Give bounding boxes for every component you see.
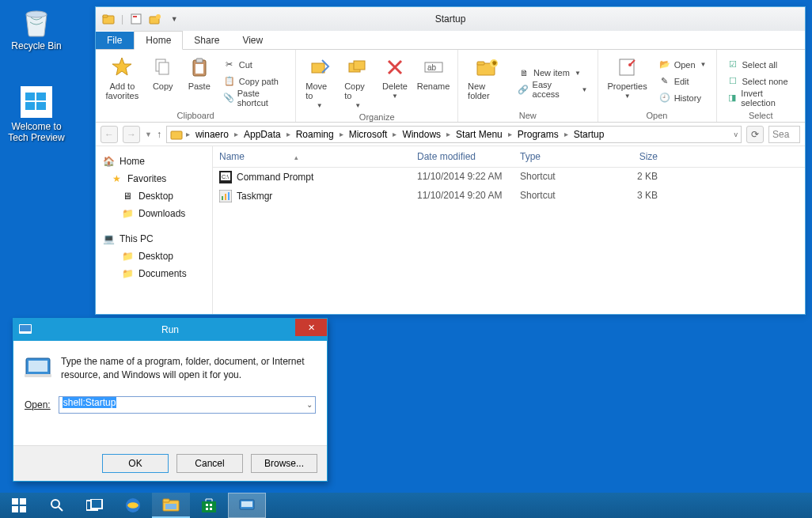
file-list: Name ▴ Date modified Type Size C:\Comman…: [213, 146, 805, 314]
nav-this-pc[interactable]: 💻This PC: [96, 230, 212, 248]
svg-rect-35: [228, 192, 230, 200]
forward-button[interactable]: →: [123, 126, 140, 143]
nav-documents[interactable]: 📁Documents: [96, 265, 212, 282]
paste-button[interactable]: Paste: [184, 53, 215, 109]
desktop-icon-recycle-bin[interactable]: Recycle Bin: [6, 5, 66, 51]
refresh-button[interactable]: ⟳: [746, 126, 764, 143]
properties-icon[interactable]: [130, 13, 142, 25]
properties-button[interactable]: Properties▼: [605, 53, 651, 109]
start-button[interactable]: [0, 493, 38, 518]
breadcrumb-item[interactable]: Startup: [571, 129, 607, 140]
copy-path-button[interactable]: 📋Copy path: [220, 74, 290, 89]
breadcrumb-item[interactable]: Microsoft: [347, 129, 390, 140]
move-to-button[interactable]: Move to▼: [302, 53, 336, 111]
taskbar-explorer[interactable]: [152, 493, 190, 518]
edit-button[interactable]: ✎Edit: [655, 74, 710, 89]
folder-icon: [170, 128, 183, 141]
breadcrumb-item[interactable]: Programs: [515, 129, 561, 140]
back-button[interactable]: ←: [101, 126, 118, 143]
add-to-favorites-button[interactable]: Add to favorites: [102, 53, 142, 109]
file-row[interactable]: C:\Command Prompt 11/10/2014 9:22 AM Sho…: [213, 168, 805, 187]
svg-rect-55: [206, 504, 208, 506]
column-date[interactable]: Date modified: [411, 146, 514, 167]
nav-desktop[interactable]: 🖥Desktop: [96, 187, 212, 205]
file-row[interactable]: Taskmgr 11/10/2014 9:20 AM Shortcut 3 KB: [213, 187, 805, 206]
svg-rect-19: [354, 61, 365, 70]
tab-view[interactable]: View: [231, 32, 275, 49]
close-button[interactable]: ✕: [295, 319, 327, 336]
search-button[interactable]: [38, 493, 76, 518]
new-folder-icon[interactable]: [149, 13, 161, 25]
svg-rect-28: [171, 131, 182, 139]
search-input[interactable]: Sea: [768, 126, 800, 143]
history-button[interactable]: 🕘History: [655, 90, 710, 106]
nav-downloads[interactable]: 📁Downloads: [96, 205, 212, 222]
new-item-button[interactable]: 🗎New item▼: [514, 65, 590, 81]
breadcrumb-item[interactable]: Windows: [400, 129, 443, 140]
nav-pc-desktop[interactable]: 📁Desktop: [96, 248, 212, 265]
chevron-right-icon[interactable]: ▸: [391, 130, 398, 138]
select-all-button[interactable]: ☑Select all: [723, 57, 799, 73]
breadcrumb[interactable]: ▸ winaero▸ AppData▸ Roaming▸ Microsoft▸ …: [166, 126, 742, 143]
easy-access-button[interactable]: 🔗Easy access▼: [514, 81, 590, 97]
history-icon: 🕘: [658, 92, 671, 104]
move-icon: [307, 55, 332, 80]
copy-icon: [150, 55, 176, 80]
breadcrumb-item[interactable]: Roaming: [294, 129, 336, 140]
chevron-right-icon[interactable]: ▸: [184, 130, 192, 138]
svg-rect-52: [163, 499, 169, 502]
run-titlebar[interactable]: Run ✕: [13, 319, 327, 341]
cancel-button[interactable]: Cancel: [176, 454, 243, 473]
desktop-icon-welcome[interactable]: Welcome to Tech Preview: [6, 85, 66, 144]
open-button[interactable]: 📂Open▼: [655, 57, 710, 73]
column-name[interactable]: Name ▴: [213, 146, 411, 167]
address-dropdown[interactable]: v: [734, 130, 738, 138]
chevron-right-icon[interactable]: ▸: [507, 130, 514, 138]
paste-shortcut-button[interactable]: 📎Paste shortcut: [220, 90, 290, 106]
cut-button[interactable]: ✂Cut: [220, 57, 290, 73]
breadcrumb-item[interactable]: Start Menu: [453, 129, 505, 140]
sort-indicator-icon: ▴: [294, 153, 298, 161]
recycle-bin-icon: [20, 5, 53, 38]
taskbar-store[interactable]: [190, 493, 228, 518]
chevron-down-icon[interactable]: ⌄: [306, 400, 313, 409]
chevron-right-icon[interactable]: ▸: [445, 130, 452, 138]
copy-to-button[interactable]: Copy to▼: [341, 53, 374, 111]
svg-rect-44: [20, 506, 26, 512]
up-button[interactable]: ↑: [157, 129, 161, 140]
nav-home[interactable]: 🏠Home: [96, 153, 212, 170]
rename-button[interactable]: abRename: [415, 53, 451, 111]
new-folder-button[interactable]: ✹New folder: [465, 53, 510, 109]
explorer-titlebar[interactable]: | ▼ Startup: [96, 7, 805, 31]
browse-button[interactable]: Browse...: [251, 454, 317, 473]
tab-share[interactable]: Share: [183, 32, 231, 49]
tab-file[interactable]: File: [96, 32, 134, 49]
run-dialog-icon: [25, 355, 51, 382]
nav-favorites[interactable]: ★Favorites: [96, 170, 212, 187]
pc-icon: 💻: [102, 233, 115, 245]
ribbon-group-select: ☑Select all ☐Select none ◨Invert selecti…: [717, 50, 805, 122]
taskbar-ie[interactable]: [114, 493, 152, 518]
task-view-button[interactable]: [76, 493, 114, 518]
run-input[interactable]: shell:Startup ⌄: [59, 396, 316, 414]
taskbar-run[interactable]: [228, 493, 266, 518]
invert-selection-button[interactable]: ◨Invert selection: [723, 90, 799, 106]
tab-home[interactable]: Home: [134, 31, 183, 50]
ribbon-group-label: Select: [723, 109, 799, 120]
breadcrumb-item[interactable]: winaero: [193, 129, 231, 140]
recent-locations-dropdown[interactable]: ▼: [145, 130, 152, 138]
chevron-right-icon[interactable]: ▸: [563, 130, 570, 138]
column-size[interactable]: Size: [601, 146, 664, 167]
ok-button[interactable]: OK: [102, 454, 169, 473]
folder-icon[interactable]: [102, 13, 115, 25]
breadcrumb-item[interactable]: AppData: [241, 129, 283, 140]
select-none-button[interactable]: ☐Select none: [723, 74, 799, 89]
chevron-right-icon[interactable]: ▸: [285, 130, 292, 138]
column-type[interactable]: Type: [514, 146, 601, 167]
chevron-right-icon[interactable]: ▸: [338, 130, 345, 138]
chevron-right-icon[interactable]: ▸: [233, 130, 240, 138]
run-icon: [18, 323, 32, 337]
chevron-down-icon[interactable]: ▼: [168, 13, 180, 25]
delete-button[interactable]: Delete▼: [379, 53, 411, 111]
copy-button[interactable]: Copy: [147, 53, 179, 109]
